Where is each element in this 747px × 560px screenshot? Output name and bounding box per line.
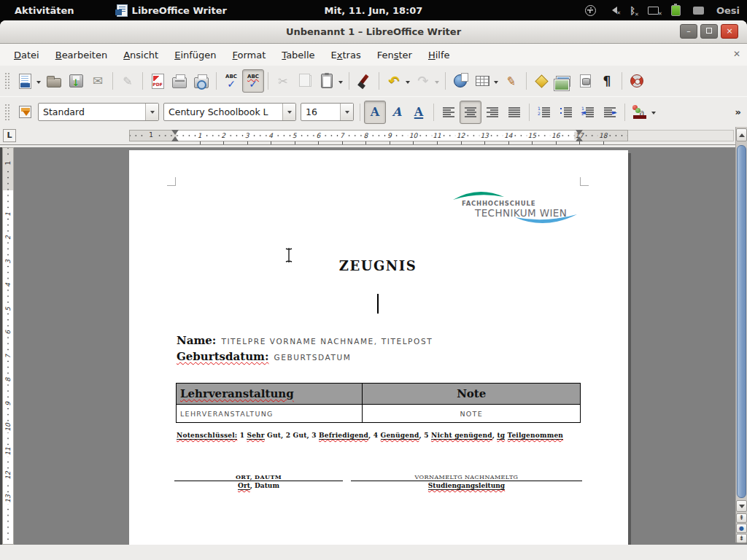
menu-item[interactable]: Format: [225, 47, 274, 63]
menu-item[interactable]: Bearbeiten: [47, 47, 115, 63]
scrollbar-thumb[interactable]: [737, 145, 746, 498]
highlight-color-button[interactable]: a: [629, 101, 651, 124]
table-cell-course: LEHRVERANSTALTUNG: [177, 405, 363, 422]
undo-button[interactable]: ↶: [383, 69, 405, 93]
focused-app-button[interactable]: LibreOffice Writer: [117, 4, 227, 17]
ruler-number: 3: [3, 238, 13, 262]
vertical-ruler[interactable]: 1 12345678910111213: [2, 147, 14, 545]
toolbar-grip[interactable]: [4, 104, 11, 121]
menu-label-post: infügen: [180, 50, 216, 61]
increase-indent-button[interactable]: ►: [599, 101, 621, 124]
save-button[interactable]: ↓: [65, 69, 87, 93]
accessibility-icon[interactable]: [585, 5, 596, 16]
open-button[interactable]: [43, 69, 65, 93]
window-controls: – ×: [680, 24, 738, 39]
grades-table[interactable]: Lehrveranstaltung Note LEHRVERANSTALTUNG…: [176, 383, 581, 423]
toolbar-grip[interactable]: [4, 72, 11, 90]
menu-item[interactable]: Tabelle: [274, 47, 322, 63]
paste-dropdown[interactable]: [338, 81, 343, 86]
draw-functions-button[interactable]: ✎: [500, 69, 522, 93]
hyperlink-button[interactable]: [449, 69, 471, 93]
minimize-button[interactable]: –: [680, 24, 697, 39]
document-close-icon[interactable]: ✕: [733, 49, 740, 59]
maximize-button[interactable]: [700, 24, 718, 39]
print-preview-button[interactable]: [190, 69, 212, 93]
paste-button[interactable]: [316, 69, 338, 93]
indent-marker-left[interactable]: [171, 130, 179, 141]
align-left-button[interactable]: [438, 101, 460, 124]
gallery-button[interactable]: [552, 69, 574, 93]
data-sources-button[interactable]: [574, 69, 596, 93]
paragraph-style-combo[interactable]: Standard: [38, 103, 159, 121]
chat-icon[interactable]: [693, 7, 704, 15]
volume-muted-icon[interactable]: ✕: [608, 7, 617, 14]
insert-table-dropdown[interactable]: [494, 81, 498, 86]
navigator-button[interactable]: [530, 69, 552, 93]
menu-label-pre: Fen: [377, 50, 394, 61]
navigate-by-button[interactable]: ●: [736, 524, 747, 533]
activities-button[interactable]: Aktivitäten: [15, 5, 74, 16]
edit-mode-button[interactable]: ✎: [117, 69, 139, 93]
ruler-number: 3: [223, 131, 247, 141]
help-button[interactable]: [626, 69, 648, 93]
tab-stop-selector[interactable]: L: [3, 129, 16, 142]
scroll-down-button[interactable]: [736, 500, 747, 512]
justify-icon: [508, 106, 521, 118]
formatting-marks-button[interactable]: ¶: [596, 69, 618, 93]
decrease-indent-button[interactable]: ◄: [577, 101, 599, 124]
menu-item[interactable]: Datei: [6, 47, 47, 63]
window-title-bar[interactable]: Unbenannt 1 – LibreOffice Writer – ×: [0, 20, 747, 44]
menu-item[interactable]: Extras: [323, 47, 369, 63]
mouse-ibeam-cursor: [284, 247, 294, 263]
ruler-number: 6: [295, 131, 319, 141]
align-right-button[interactable]: [481, 101, 503, 124]
copy-button[interactable]: [294, 69, 316, 93]
clone-formatting-button[interactable]: [353, 69, 375, 93]
menu-item[interactable]: Ansicht: [115, 47, 166, 63]
scroll-up-button[interactable]: [736, 128, 747, 141]
toolbar-overflow-button[interactable]: »: [735, 106, 741, 117]
bold-button[interactable]: A: [364, 101, 386, 124]
indent-marker-right[interactable]: [576, 130, 584, 141]
battery-icon[interactable]: [671, 5, 681, 16]
font-size-dropdown[interactable]: [340, 104, 353, 120]
menu-label-accel: F: [233, 50, 238, 61]
username-label[interactable]: Oesi: [716, 5, 740, 16]
align-center-button[interactable]: [460, 101, 481, 124]
table-header-row: Lehrveranstaltung Note: [177, 384, 580, 405]
justify-button[interactable]: [503, 101, 525, 124]
cut-button[interactable]: ✂: [272, 69, 294, 93]
next-page-button[interactable]: ⇟: [736, 534, 747, 543]
menu-item[interactable]: Fenster: [369, 47, 420, 63]
unordered-list-button[interactable]: [555, 101, 577, 124]
new-document-dropdown[interactable]: [36, 81, 41, 86]
ruler-number: 2: [200, 131, 224, 141]
redo-button[interactable]: ↷: [412, 69, 434, 93]
insert-table-button[interactable]: [471, 69, 493, 93]
close-button[interactable]: ×: [721, 24, 738, 39]
redo-dropdown[interactable]: [435, 81, 439, 86]
font-size-combo[interactable]: 16: [301, 103, 354, 121]
styles-panel-button[interactable]: [14, 101, 36, 124]
auto-spellcheck-button[interactable]: ABC✓: [242, 69, 264, 93]
spelling-button[interactable]: ABC✓: [220, 69, 242, 93]
document-page[interactable]: FACHHOCHSCHULE TECHNIKUM WIEN ZEUGNIS: [129, 150, 628, 545]
menu-item[interactable]: Hilfe: [420, 47, 458, 63]
font-name-dropdown[interactable]: [282, 104, 295, 120]
menu-item[interactable]: Einfügen: [166, 47, 224, 63]
network-display-off-icon[interactable]: ✕: [648, 7, 659, 15]
ordered-list-button[interactable]: [533, 101, 555, 124]
email-button[interactable]: ✉: [87, 69, 109, 93]
previous-page-button[interactable]: ⇞: [736, 513, 747, 523]
vertical-scrollbar[interactable]: ⇞ ● ⇟: [735, 127, 747, 542]
bluetooth-off-icon[interactable]: ᛒ✕: [630, 6, 635, 15]
print-button[interactable]: [169, 69, 190, 93]
paragraph-style-dropdown[interactable]: [145, 104, 158, 120]
italic-button[interactable]: A: [386, 101, 408, 124]
new-document-button[interactable]: [14, 69, 36, 93]
highlight-color-dropdown[interactable]: [651, 112, 656, 117]
underline-button[interactable]: A: [408, 101, 430, 124]
font-name-combo[interactable]: Century Schoolbook L: [163, 103, 296, 121]
export-pdf-button[interactable]: PDF: [147, 69, 169, 93]
undo-dropdown[interactable]: [406, 81, 410, 86]
